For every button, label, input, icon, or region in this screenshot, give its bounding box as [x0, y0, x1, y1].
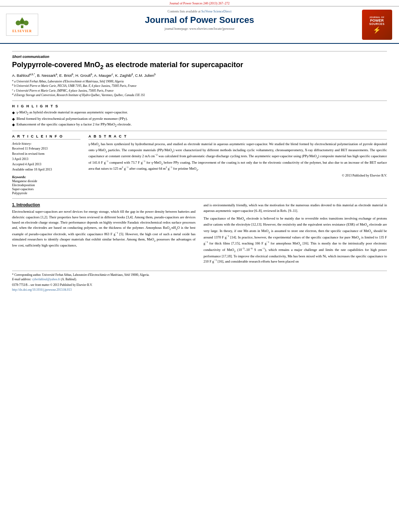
keyword-4: Polypyrrole [12, 191, 80, 195]
article-info-abstract-area: A R T I C L E I N F O Article history: R… [12, 134, 387, 195]
highlights-divider-top [12, 101, 387, 101]
bullet-2: ◆ [12, 117, 15, 121]
elsevier-tree-icon [14, 16, 30, 29]
section-type: Short communication [12, 55, 387, 59]
main-content: Short communication Polypyrrole-covered … [0, 44, 399, 296]
keywords-label: Keywords: [12, 175, 80, 179]
affil-a: a a Université Ferhat Abbas, Laboratoire… [12, 79, 387, 84]
keyword-3: Super-capacitors [12, 187, 80, 191]
corresponding-footnote: * Corresponding author. Université Ferha… [12, 273, 387, 277]
journal-homepage: journal homepage: www.elsevier.com/locat… [44, 27, 355, 31]
power-sources-badge: JOURNAL OF POWER SOURCES ⚡ [362, 10, 392, 40]
article-info-divider-top [12, 131, 387, 131]
received-2-date: 3 April 2013 [12, 157, 80, 162]
affil-b: b b Université Pierre et Marie Curie, PE… [12, 84, 387, 88]
abstract-text: γ-MnO2 has been synthesized by hydrother… [88, 142, 387, 172]
elsevier-logo: ELSEVIER [6, 14, 38, 36]
badge-icon: ⚡ [373, 26, 381, 34]
body-col-right: and is environmentally friendly, which w… [204, 203, 387, 267]
highlight-item-3: ◆ Enhancement of the specific capacitanc… [12, 122, 387, 127]
received-2-label: Received in revised form [12, 152, 80, 157]
svg-point-4 [24, 21, 29, 25]
svg-rect-0 [21, 25, 23, 28]
svg-point-3 [16, 21, 21, 25]
bullet-3: ◆ [12, 123, 15, 127]
body-divider [12, 198, 387, 199]
article-history: Article history: Received 11 February 20… [12, 142, 80, 173]
intro-para-2: and is environmentally friendly, which w… [204, 203, 387, 213]
keyword-1: Manganese dioxide [12, 179, 80, 183]
asterisk-marker: * [12, 273, 14, 277]
footnotes: * Corresponding author. Université Ferha… [12, 271, 387, 292]
email-footnote: E-mail address: cyberlahloul@yahoo.fr (A… [12, 277, 387, 281]
journal-header: ELSEVIER Contents lists available at Sci… [0, 6, 399, 44]
paper-title: Polypyrrole-covered MnO2 as electrode ma… [12, 60, 387, 71]
keyword-2: Electrodeposition [12, 183, 80, 187]
bullet-1: ◆ [12, 111, 15, 115]
abstract-title: A B S T R A C T [88, 134, 387, 140]
body-text-area: 1. Introduction Electrochemical super-ca… [12, 203, 387, 267]
sciverse-line: Contents lists available at SciVerse Sci… [44, 10, 355, 13]
affil-c: c c Université Pierre et Marie Curie, IM… [12, 88, 387, 93]
issn-line: 0378-7753/$ – see front matter © 2013 Pu… [12, 283, 387, 287]
journal-title: Journal of Power Sources [44, 15, 355, 25]
body-col-left: 1. Introduction Electrochemical super-ca… [12, 203, 195, 267]
sciverse-link[interactable]: SciVerse ScienceDirect [202, 10, 232, 13]
keywords-area: Keywords: Manganese dioxide Electrodepos… [12, 175, 80, 195]
copyright-line: © 2013 Published by Elsevier B.V. [88, 174, 387, 177]
affiliations: a a Université Ferhat Abbas, Laboratoire… [12, 79, 387, 97]
top-divider [12, 51, 387, 51]
affil-d: d d Energy Storage and Conversion, Resea… [12, 93, 387, 97]
email-link[interactable]: cyberlahloul@yahoo.fr [32, 277, 60, 281]
intro-heading: 1. Introduction [12, 203, 195, 207]
journal-badge-area: JOURNAL OF POWER SOURCES ⚡ [359, 10, 395, 40]
received-1: Received 11 February 2013 [12, 146, 80, 152]
badge-line3: SOURCES [369, 23, 385, 25]
doi-line[interactable]: http://dx.doi.org/10.1016/j.jpowsour.201… [12, 288, 387, 292]
highlight-item-2: ◆ Blend formed by electrochemical polyme… [12, 117, 387, 121]
highlights-section: H I G H L I G H T S ◆ γ-MnO2 as hybrid e… [12, 104, 387, 127]
intro-para-1: Electrochemical super-capacitors are nov… [12, 209, 195, 248]
available-online: Available online 10 April 2013 [12, 167, 80, 173]
journal-title-area: Contents lists available at SciVerse Sci… [44, 10, 355, 40]
highlight-item-1: ◆ γ-MnO2 as hybrid electrode material in… [12, 110, 387, 115]
accepted: Accepted 4 April 2013 [12, 162, 80, 167]
journal-bar: Journal of Power Sources 240 (2013) 267–… [0, 0, 399, 6]
elsevier-brand-text: ELSEVIER [12, 29, 32, 33]
elsevier-logo-area: ELSEVIER [4, 10, 40, 40]
highlights-title: H I G H L I G H T S [12, 104, 387, 108]
history-label: Article history: [12, 142, 80, 147]
intro-para-3: The capacitance of the MnO2 electrode is… [204, 216, 387, 264]
badge-line2: POWER [370, 18, 384, 23]
article-info-title: A R T I C L E I N F O [12, 134, 80, 140]
article-info-col: A R T I C L E I N F O Article history: R… [12, 134, 80, 195]
authors-line: A. Bahloula,b,*, B. Nessarka, E. Briotb,… [12, 73, 387, 78]
journal-citation: Journal of Power Sources 240 (2013) 267–… [169, 2, 229, 5]
abstract-col: A B S T R A C T γ-MnO2 has been synthesi… [88, 134, 387, 195]
